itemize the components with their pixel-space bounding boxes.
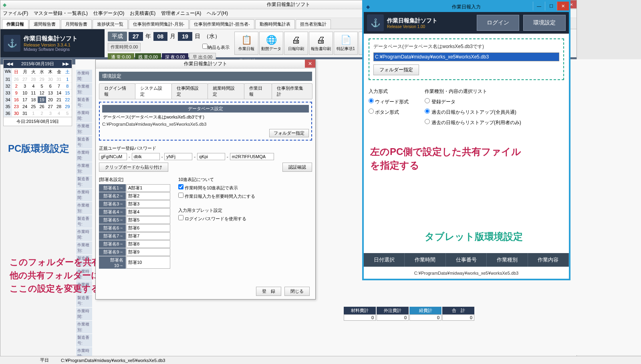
cal-day-cell[interactable]: 3 xyxy=(46,110,54,117)
wizard-radio[interactable] xyxy=(369,98,374,103)
cal-day-cell[interactable]: 20 xyxy=(46,97,54,103)
cal-day-cell[interactable]: 11 xyxy=(29,90,38,97)
tablet-env-button[interactable]: 環境設定 xyxy=(523,15,566,31)
cal-day-cell[interactable]: 29 xyxy=(38,76,46,83)
cal-day-cell[interactable]: 18 xyxy=(29,97,38,103)
menu-file[interactable]: ファイル(F) xyxy=(3,10,28,17)
pwd-input-2[interactable] xyxy=(132,153,160,160)
dept-input-9[interactable] xyxy=(126,248,170,256)
cal-day-cell[interactable]: 30 xyxy=(46,76,54,83)
cal-day-cell[interactable]: 5 xyxy=(38,83,46,90)
menu-master[interactable]: マスター登録・一覧表(L) xyxy=(34,10,88,17)
clipboard-paste-button[interactable]: クリップボードから貼り付け xyxy=(99,163,168,172)
tool-button-3[interactable]: 🖨報告書印刷 xyxy=(309,32,333,55)
cal-day-cell[interactable]: 28 xyxy=(55,103,63,110)
tab-worktime[interactable]: 勤務時間集計表 xyxy=(255,19,295,29)
cal-day-cell[interactable]: 10 xyxy=(21,90,29,97)
cal-day-cell[interactable]: 2 xyxy=(12,83,20,90)
cal-day-cell[interactable]: 15 xyxy=(63,90,72,97)
dept-input-3[interactable] xyxy=(126,200,170,208)
dept-input-7[interactable] xyxy=(126,232,170,240)
dept-input-5[interactable] xyxy=(126,216,170,224)
tab-monthly[interactable]: 月間報告書 xyxy=(61,19,92,29)
cal-day-cell[interactable]: 25 xyxy=(29,103,38,110)
ptab-jobsum[interactable]: 仕事別作業集計 xyxy=(272,83,312,99)
cal-day-cell[interactable]: 16 xyxy=(12,97,20,103)
year-value[interactable]: 27 xyxy=(129,32,143,41)
folder-select-button[interactable]: フォルダー指定 xyxy=(269,129,309,137)
tab-jobtime-staff[interactable]: 仕事別作業時間集計-担当者- xyxy=(189,19,254,29)
close-dialog-button[interactable]: 閉じる xyxy=(284,287,310,296)
cal-day-cell[interactable]: 31 xyxy=(55,76,63,83)
ptab-system[interactable]: システム設定 xyxy=(135,83,171,99)
cal-day-cell[interactable]: 26 xyxy=(12,76,20,83)
cal-day-cell[interactable]: 17 xyxy=(21,97,29,103)
auth-confirm-button[interactable]: 認証確認 xyxy=(282,163,312,172)
cal-day-cell[interactable]: 22 xyxy=(63,97,72,103)
tab-nippo[interactable]: 作業日報 xyxy=(2,19,28,29)
cal-day-cell[interactable]: 23 xyxy=(12,103,20,110)
ttab-type[interactable]: 作業種別 xyxy=(487,253,528,267)
cal-day-cell[interactable]: 31 xyxy=(21,110,29,117)
cal-day-cell[interactable]: 13 xyxy=(46,90,54,97)
cal-day-cell[interactable]: 3 xyxy=(21,83,29,90)
tool-button-2[interactable]: 🖨日報印刷 xyxy=(284,32,308,55)
ptab-nippo[interactable]: 作業日報 xyxy=(244,83,272,99)
cal-day-cell[interactable]: 9 xyxy=(12,90,20,97)
tablet-login-button[interactable]: ログイン xyxy=(477,15,519,31)
show-delivery-checkbox[interactable] xyxy=(202,44,208,49)
tablet-db-path-input[interactable] xyxy=(373,52,559,61)
tool-button-0[interactable]: 📋作業日報 xyxy=(234,32,258,55)
tablet-maximize[interactable]: ☐ xyxy=(545,2,557,10)
ttab-jobno[interactable]: 仕事番号 xyxy=(446,253,487,267)
cal-day-cell[interactable]: 29 xyxy=(63,103,72,110)
registered-radio[interactable] xyxy=(425,98,430,103)
cal-day-cell[interactable]: 1 xyxy=(29,110,38,117)
cal-day-cell[interactable]: 28 xyxy=(29,76,38,83)
cal-day-cell[interactable]: 4 xyxy=(29,83,38,90)
tab-progress[interactable]: 進捗状況一覧 xyxy=(93,19,128,29)
duration-input-checkbox[interactable] xyxy=(178,193,183,198)
pwd-input-1[interactable] xyxy=(99,153,127,160)
decimal-display-checkbox[interactable] xyxy=(178,184,183,189)
past-all-radio[interactable] xyxy=(425,109,430,114)
cal-day-cell[interactable]: 5 xyxy=(63,110,72,117)
cal-footer[interactable]: 今日:2015年08月19日 xyxy=(4,117,72,126)
cal-day-cell[interactable]: 6 xyxy=(46,83,54,90)
tablet-folder-button[interactable]: フォルダー指定 xyxy=(373,64,419,75)
ttab-time[interactable]: 作業時間 xyxy=(405,253,445,267)
ptab-login[interactable]: ログイン情報 xyxy=(99,83,135,99)
ttab-date[interactable]: 日付選択 xyxy=(364,253,405,267)
cal-day-cell[interactable]: 26 xyxy=(38,103,46,110)
menu-help[interactable]: ヘルプ(H) xyxy=(207,10,228,17)
pwd-input-3[interactable] xyxy=(164,153,192,160)
cal-day-cell[interactable]: 27 xyxy=(21,76,29,83)
past-user-radio[interactable] xyxy=(425,119,430,124)
ptab-worktime[interactable]: 就業時間設定 xyxy=(208,83,244,99)
menu-estimate[interactable]: お見積書(E) xyxy=(130,10,155,17)
cal-day-cell[interactable]: 4 xyxy=(55,110,63,117)
tablet-close[interactable]: ✕ xyxy=(557,2,569,10)
dept-input-10[interactable] xyxy=(126,256,170,269)
dept-input-6[interactable] xyxy=(126,224,170,232)
tablet-password-checkbox[interactable] xyxy=(178,215,183,220)
cal-day-cell[interactable]: 1 xyxy=(63,76,72,83)
cal-next[interactable]: ▶▶ xyxy=(61,61,71,66)
menu-jobdata[interactable]: 仕事データ(O) xyxy=(93,10,124,17)
dept-input-2[interactable] xyxy=(126,192,170,200)
register-button[interactable]: 登 録 xyxy=(256,287,281,296)
cal-day-cell[interactable]: 27 xyxy=(46,103,54,110)
cal-day-cell[interactable]: 2 xyxy=(38,110,46,117)
month-value[interactable]: 08 xyxy=(153,32,168,41)
cal-day-cell[interactable]: 21 xyxy=(55,97,63,103)
tab-weekly[interactable]: 週間報告書 xyxy=(29,19,60,29)
pwd-input-4[interactable] xyxy=(197,153,225,160)
button-radio[interactable] xyxy=(369,109,374,114)
menu-admin[interactable]: 管理者メニュー(A) xyxy=(161,10,201,17)
cal-day-cell[interactable]: 8 xyxy=(63,83,72,90)
cal-day-cell[interactable]: 12 xyxy=(38,90,46,97)
cal-day-cell[interactable]: 19 xyxy=(38,97,46,103)
pwd-input-5[interactable] xyxy=(230,153,274,160)
tab-jobtime-month[interactable]: 仕事別作業時間集計-月別- xyxy=(129,19,189,29)
dept-input-8[interactable] xyxy=(126,240,170,248)
